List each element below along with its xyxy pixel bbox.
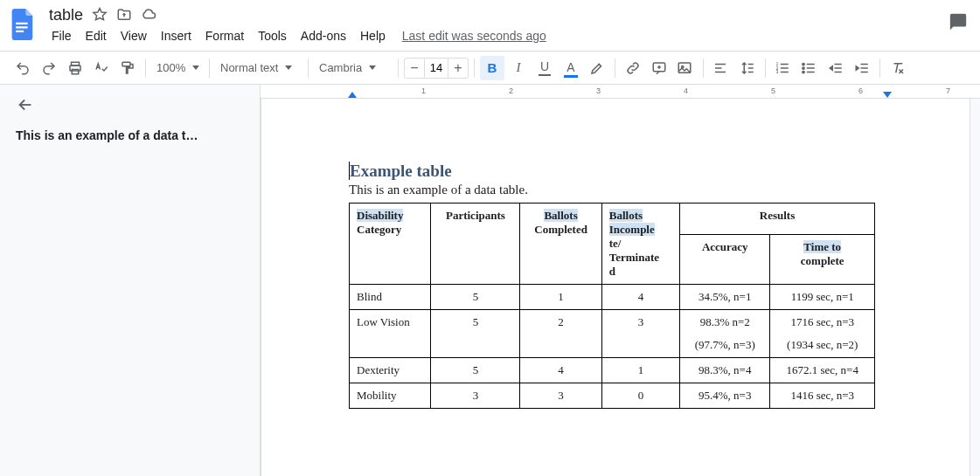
line-spacing-button[interactable] — [735, 56, 760, 80]
menu-addons[interactable]: Add-ons — [295, 25, 352, 46]
text-color-button[interactable]: A — [559, 56, 583, 80]
data-table[interactable]: DisabilityCategory Participants BallotsC… — [349, 203, 875, 409]
highlight-button[interactable] — [585, 56, 609, 80]
document-title[interactable]: table — [49, 6, 83, 24]
th-accuracy[interactable]: Accuracy — [680, 235, 770, 285]
cloud-status-icon[interactable] — [141, 7, 156, 23]
bulleted-list-button[interactable] — [797, 56, 822, 80]
workspace: This is an example of a data t… 1 2 3 4 … — [0, 85, 980, 476]
svg-point-15 — [803, 71, 804, 72]
page[interactable]: Example table This is an example of a da… — [261, 99, 970, 476]
ruler-tick: 3 — [596, 86, 601, 95]
insert-link-button[interactable] — [621, 56, 645, 80]
insert-image-button[interactable] — [673, 56, 698, 80]
underline-button[interactable]: U — [532, 56, 557, 80]
font-size-input[interactable] — [424, 59, 448, 78]
align-button[interactable] — [709, 56, 733, 80]
menu-view[interactable]: View — [115, 25, 153, 46]
th-results[interactable]: Results — [680, 204, 875, 235]
paragraph-style-dropdown[interactable]: Normal text — [215, 57, 302, 79]
font-family-dropdown[interactable]: Cambria — [314, 57, 393, 79]
svg-rect-6 — [122, 62, 130, 66]
th-time[interactable]: Time tocomplete — [770, 235, 875, 285]
svg-rect-0 — [16, 23, 28, 24]
intro-paragraph[interactable]: This is an example of a data table. — [349, 183, 891, 197]
th-completed[interactable]: BallotsCompleted — [520, 204, 601, 285]
th-disability[interactable]: DisabilityCategory — [350, 204, 431, 285]
th-participants[interactable]: Participants — [431, 204, 520, 285]
font-size-increase[interactable]: + — [448, 60, 468, 76]
svg-rect-2 — [16, 31, 24, 32]
star-icon[interactable] — [92, 7, 108, 23]
insert-comment-button[interactable] — [647, 56, 671, 80]
menu-tools[interactable]: Tools — [252, 25, 293, 46]
bold-button[interactable]: B — [480, 56, 504, 80]
move-folder-icon[interactable] — [116, 7, 132, 23]
titlebar: table File Edit View Insert Format Tools… — [0, 0, 980, 47]
zoom-dropdown[interactable]: 100% — [151, 57, 204, 79]
numbered-list-button[interactable]: 123 — [771, 56, 796, 80]
italic-button[interactable]: I — [506, 56, 531, 80]
redo-button[interactable] — [37, 56, 61, 80]
ruler-right-indent-icon[interactable] — [883, 92, 892, 98]
font-size-decrease[interactable]: − — [405, 60, 424, 76]
ruler-left-indent-icon[interactable] — [348, 92, 357, 98]
outline-sidebar: This is an example of a data t… — [0, 85, 261, 476]
menu-insert[interactable]: Insert — [155, 25, 198, 46]
ruler-tick: 2 — [509, 86, 513, 95]
outline-collapse-icon[interactable] — [16, 95, 35, 114]
menu-help[interactable]: Help — [354, 25, 392, 46]
svg-rect-1 — [16, 26, 28, 28]
toolbar: 100% Normal text Cambria − + B I U A 123 — [0, 52, 980, 85]
docs-logo[interactable] — [7, 9, 38, 40]
svg-point-14 — [803, 66, 804, 68]
th-incomplete[interactable]: BallotsIncomplete/Terminated — [601, 204, 679, 285]
undo-button[interactable] — [10, 56, 35, 80]
ruler-tick: 1 — [421, 86, 426, 95]
outline-item[interactable]: This is an example of a data t… — [16, 128, 243, 142]
menu-file[interactable]: File — [45, 25, 78, 46]
increase-indent-button[interactable] — [850, 56, 874, 80]
ruler[interactable]: 1 2 3 4 5 6 7 — [261, 85, 980, 99]
menu-format[interactable]: Format — [199, 25, 250, 46]
ruler-tick: 6 — [858, 86, 863, 95]
zoom-value: 100% — [156, 61, 185, 74]
style-value: Normal text — [220, 61, 278, 74]
table-row[interactable]: Dexterity 5 4 1 98.3%, n=4 1672.1 sec, n… — [350, 358, 875, 383]
table-row[interactable]: Low Vision 5 2 3 98.3% n=2(97.7%, n=3) 1… — [350, 310, 875, 358]
clear-formatting-button[interactable] — [886, 56, 910, 80]
svg-text:3: 3 — [776, 69, 779, 74]
heading[interactable]: Example table — [349, 162, 891, 181]
table-row[interactable]: Blind 5 1 4 34.5%, n=1 1199 sec, n=1 — [350, 285, 875, 310]
menu-edit[interactable]: Edit — [80, 25, 113, 46]
ruler-tick: 7 — [946, 86, 950, 95]
ruler-tick: 5 — [771, 86, 775, 95]
spellcheck-button[interactable] — [89, 56, 114, 80]
svg-point-13 — [803, 63, 804, 65]
font-value: Cambria — [319, 61, 362, 74]
decrease-indent-button[interactable] — [824, 56, 848, 80]
comments-icon[interactable] — [949, 12, 968, 34]
font-size-group: − + — [404, 58, 469, 79]
print-button[interactable] — [63, 56, 87, 80]
ruler-tick: 4 — [684, 86, 688, 95]
menubar: File Edit View Insert Format Tools Add-o… — [44, 24, 949, 47]
table-row[interactable]: Mobility 3 3 0 95.4%, n=3 1416 sec, n=3 — [350, 383, 875, 409]
last-edit-link[interactable]: Last edit was seconds ago — [402, 29, 546, 43]
document-canvas[interactable]: 1 2 3 4 5 6 7 Example table This is an e… — [261, 85, 980, 476]
paint-format-button[interactable] — [115, 56, 140, 80]
